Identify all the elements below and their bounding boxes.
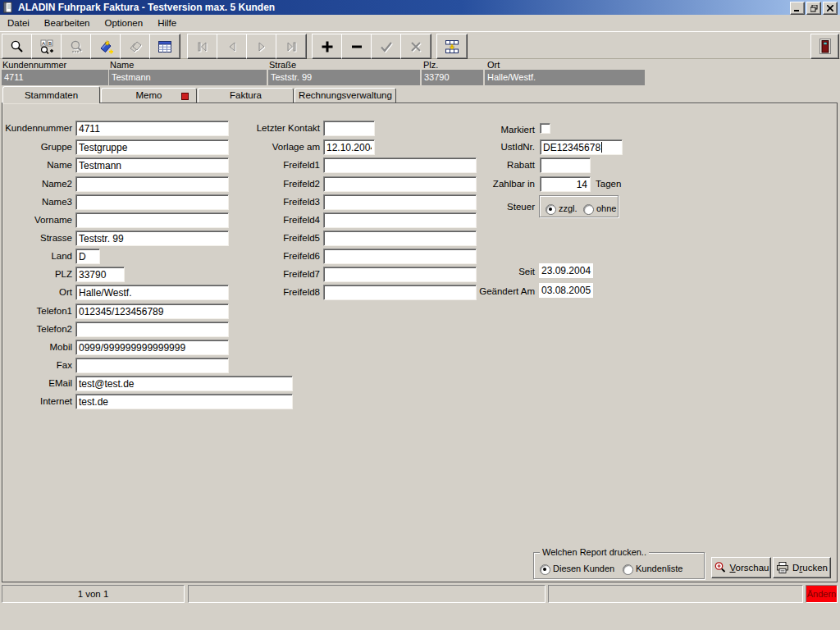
text-caret [601,142,602,153]
report-diesen-kunden-label: Diesen Kunden [553,564,619,573]
cancel-button[interactable] [400,34,431,59]
grid-col-ort: Ort [487,60,500,70]
search-by-name-icon: A B [39,39,55,55]
label-internet: Internet [0,396,72,406]
label-freifeld4: Freifeld4 [238,215,320,225]
label-ustidnr: UstIdNr. [443,142,535,152]
grid-col-name: Name [110,60,134,70]
window-title: ALADIN Fuhrpark Faktura - Testversion ma… [18,2,275,13]
add-record-icon [319,39,336,55]
label-seit: Seit [443,267,535,276]
menu-bar: Datei Bearbeiten Optionen Hilfe [0,15,840,32]
drucken-button[interactable]: Drucken [773,557,831,578]
tab-faktura[interactable]: Faktura [198,88,294,103]
input-ustidnr[interactable] [540,139,623,155]
label-fax: Fax [0,360,72,370]
radio-icon [623,564,633,575]
close-icon [827,5,833,11]
report-diesen-kunden-radio[interactable] [540,562,550,577]
menu-hilfe[interactable]: Hilfe [150,16,184,30]
input-freifeld6[interactable] [323,249,477,264]
record-cell-kundennummer: 4711 [2,70,108,85]
input-freifeld5[interactable] [323,231,477,246]
input-email[interactable] [75,376,293,391]
steuer-ohne-radio[interactable] [583,202,594,217]
input-fax[interactable] [75,358,229,373]
menu-optionen[interactable]: Optionen [97,16,150,30]
vorschau-button[interactable]: Vorschau [711,557,771,578]
label-telefon2: Telefon2 [0,324,72,334]
confirm-button[interactable] [371,34,402,59]
label-telefon1: Telefon1 [0,306,72,316]
input-vorlage-am[interactable] [323,139,375,155]
app-window: ALADIN Fuhrpark Faktura - Testversion ma… [0,0,840,630]
confirm-icon [378,39,395,55]
import-table-button[interactable] [436,34,468,59]
delete-record-button[interactable] [341,34,372,59]
tab-stammdaten[interactable]: Stammdaten [2,86,100,103]
new-entry-icon [98,39,114,55]
next-record-icon [253,39,270,55]
last-record-icon [283,39,299,55]
table-view-button[interactable] [149,34,180,59]
menu-bearbeiten[interactable]: Bearbeiten [37,16,98,30]
next-record-button[interactable] [246,34,277,59]
tab-rechnungsverwaltung[interactable]: Rechnungsverwaltung [294,88,396,103]
minimize-button[interactable] [790,2,805,15]
copy-button[interactable] [120,34,151,59]
input-vorname[interactable] [75,212,229,228]
input-land[interactable] [75,249,100,264]
tab-memo[interactable]: Memo [101,88,197,103]
steuer-ohne-label: ohne [596,203,619,213]
last-record-button[interactable] [276,34,307,59]
tab-memo-label: Memo [136,90,162,100]
grid-col-plz: Plz. [423,60,438,70]
label-geaendert-am: Geändert Am [443,286,535,296]
input-letzter-kontakt[interactable] [323,121,375,136]
report-kundenliste-radio[interactable] [623,562,633,577]
input-name2[interactable] [75,176,229,192]
steuer-zzgl-radio[interactable] [546,202,556,217]
label-vorname: Vorname [0,215,72,225]
input-kundennummer[interactable] [75,121,229,136]
input-mobil[interactable] [75,340,229,355]
input-ort[interactable] [75,285,229,300]
label-name2: Name2 [0,179,72,189]
report-groupbox: Welchen Report drucken.. Diesen Kunden K… [533,552,705,579]
input-freifeld4[interactable] [323,212,477,228]
input-internet[interactable] [75,394,293,409]
status-bar: 1 von 1 Ändern [0,584,840,605]
input-gruppe[interactable] [75,139,229,155]
input-strasse[interactable] [75,231,229,246]
input-telefon2[interactable] [75,322,229,337]
exit-button[interactable] [810,34,839,59]
search-more-button[interactable] [61,34,92,59]
title-bar: ALADIN Fuhrpark Faktura - Testversion ma… [0,0,840,15]
close-button[interactable] [823,2,838,15]
input-telefon1[interactable] [75,304,229,319]
first-record-button[interactable] [187,34,218,59]
search-by-name-button[interactable]: A B [31,34,62,59]
add-record-button[interactable] [312,34,343,59]
markiert-checkbox[interactable] [540,123,550,134]
input-name[interactable] [75,158,229,173]
menu-datei[interactable]: Datei [0,16,37,30]
input-name3[interactable] [75,194,229,210]
geaendert-am-value: 03.08.2005 [539,283,593,298]
record-cell-name: Testmann [109,70,267,85]
toolbar: A B [0,32,840,59]
memo-indicator-icon [181,93,189,100]
label-letzter-kontakt: Letzter Kontakt [238,123,320,133]
input-zahlbar-in[interactable] [540,176,591,192]
input-plz[interactable] [75,267,125,282]
restore-button[interactable] [806,2,821,15]
report-kundenliste-label: Kundenliste [636,564,697,573]
cancel-icon [408,39,424,55]
prev-record-button[interactable] [217,34,248,59]
search-button[interactable] [2,34,33,59]
radio-icon [583,204,594,215]
input-rabatt[interactable] [540,158,591,173]
tab-faktura-label: Faktura [230,90,262,100]
new-entry-button[interactable] [90,34,121,59]
status-mode-badge: Ändern [806,585,838,603]
